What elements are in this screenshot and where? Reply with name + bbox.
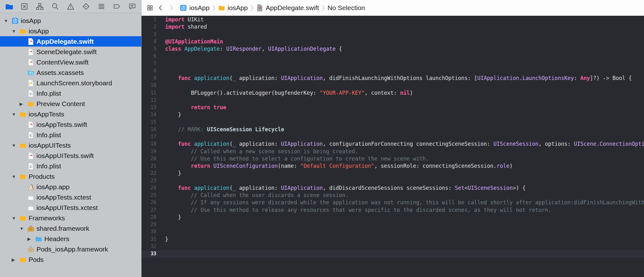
line-number[interactable]: 2 xyxy=(142,23,156,31)
code-line-28[interactable]: 28 } xyxy=(142,214,644,221)
sidebar-item-info-plist[interactable]: Info.plist xyxy=(0,130,141,140)
code-line-30[interactable]: 30 xyxy=(142,228,644,235)
line-number[interactable]: 19 xyxy=(142,148,156,155)
line-number[interactable]: 22 xyxy=(142,170,156,177)
sidebar-item-appdelegate-swift[interactable]: AppDelegate.swift xyxy=(0,36,141,47)
sidebar-item-info-plist[interactable]: Info.plist xyxy=(0,161,141,171)
code-line-25[interactable]: 25 // Called when the user discards a sc… xyxy=(142,192,644,199)
code-line-3[interactable]: 3 xyxy=(142,31,644,38)
sidebar-item-launchscreen-storyboard[interactable]: LaunchScreen.storyboard xyxy=(0,78,141,88)
code-line-11[interactable]: 11 BFLogger().activateLogger(bugfenderKe… xyxy=(142,89,644,97)
sidebar-item-assets-xcassets[interactable]: Assets.xcassets xyxy=(0,67,141,78)
code-line-26[interactable]: 26 // If any sessions were discarded whi… xyxy=(142,199,644,206)
line-number[interactable]: 24 xyxy=(142,184,156,192)
code-line-7[interactable]: 7 xyxy=(142,60,644,67)
breadcrumb-item[interactable]: iosApp xyxy=(218,4,248,12)
sidebar-item-frameworks[interactable]: ▼Frameworks xyxy=(0,213,141,223)
code-line-15[interactable]: 15 xyxy=(142,119,644,126)
code-line-1[interactable]: 1import UIKit xyxy=(142,16,644,23)
sidebar-item-contentview-swift[interactable]: ContentView.swift xyxy=(0,57,141,67)
sidebar-item-iosapp[interactable]: ▼iosApp xyxy=(0,26,141,36)
line-number[interactable]: 5 xyxy=(142,45,156,53)
code-line-22[interactable]: 22 } xyxy=(142,170,644,177)
line-number[interactable]: 8 xyxy=(142,67,156,75)
code-line-21[interactable]: 21 return UISceneConfiguration(name: "De… xyxy=(142,162,644,170)
breadcrumb-item[interactable]: AppDelegate.swift xyxy=(256,4,319,12)
line-number[interactable]: 14 xyxy=(142,111,156,118)
sidebar-item-shared-framework[interactable]: ▼shared.framework xyxy=(0,223,141,234)
disclosure-triangle-icon[interactable]: ▼ xyxy=(19,226,27,231)
forward-button[interactable] xyxy=(166,3,177,13)
line-number[interactable]: 15 xyxy=(142,119,156,126)
disclosure-triangle-icon[interactable]: ▼ xyxy=(11,29,19,34)
sidebar-item-products[interactable]: ▼Products xyxy=(0,171,141,182)
sidebar-item-iosapptests-xctest[interactable]: iosAppTests.xctest xyxy=(0,192,141,202)
code-line-14[interactable]: 14 } xyxy=(142,111,644,118)
report-navigator-icon[interactable] xyxy=(127,2,137,11)
disclosure-triangle-icon[interactable]: ▶ xyxy=(19,101,27,106)
sidebar-item-iosappuitests[interactable]: ▼iosAppUITests xyxy=(0,140,141,150)
disclosure-triangle-icon[interactable]: ▼ xyxy=(11,216,19,221)
disclosure-triangle-icon[interactable]: ▶ xyxy=(11,257,19,262)
line-number[interactable]: 10 xyxy=(142,82,156,89)
sidebar-item-info-plist[interactable]: Info.plist xyxy=(0,88,141,99)
code-line-33[interactable]: 33 xyxy=(142,250,644,257)
sidebar-item-iosapp[interactable]: ▼iosApp xyxy=(0,15,141,26)
back-button[interactable] xyxy=(155,3,166,13)
sidebar-item-iosappuitests-swift[interactable]: iosAppUITests.swift xyxy=(0,150,141,161)
issue-navigator-icon[interactable] xyxy=(66,2,75,11)
disclosure-triangle-icon[interactable]: ▼ xyxy=(11,174,19,179)
code-line-6[interactable]: 6 xyxy=(142,53,644,60)
line-number[interactable]: 3 xyxy=(142,31,156,38)
code-line-31[interactable]: 31} xyxy=(142,236,644,243)
code-line-32[interactable]: 32 xyxy=(142,243,644,250)
line-number[interactable]: 32 xyxy=(142,243,156,250)
code-line-4[interactable]: 4@UIApplicationMain xyxy=(142,38,644,45)
code-line-10[interactable]: 10 xyxy=(142,82,644,89)
disclosure-triangle-icon[interactable]: ▶ xyxy=(27,236,35,241)
code-line-27[interactable]: 27 // Use this method to release any res… xyxy=(142,206,644,214)
line-number[interactable]: 28 xyxy=(142,214,156,221)
project-navigator-icon[interactable] xyxy=(4,2,14,11)
line-number[interactable]: 21 xyxy=(142,162,156,170)
line-number[interactable]: 11 xyxy=(142,89,156,97)
debug-navigator-icon[interactable] xyxy=(97,2,106,11)
sidebar-item-headers[interactable]: ▶Headers xyxy=(0,234,141,244)
sidebar-item-iosapptests-swift[interactable]: iosAppTests.swift xyxy=(0,119,141,130)
sidebar-item-pods-iosapp-framework[interactable]: Pods_iosApp.framework xyxy=(0,244,141,254)
line-number[interactable]: 25 xyxy=(142,192,156,199)
code-line-24[interactable]: 24 func application(_ application: UIApp… xyxy=(142,184,644,192)
line-number[interactable]: 26 xyxy=(142,199,156,206)
source-control-navigator-icon[interactable] xyxy=(20,2,29,11)
line-number[interactable]: 20 xyxy=(142,155,156,162)
line-number[interactable]: 27 xyxy=(142,206,156,214)
sidebar-item-iosapp-app[interactable]: iosApp.app xyxy=(0,182,141,192)
line-number[interactable]: 29 xyxy=(142,221,156,228)
test-navigator-icon[interactable] xyxy=(81,2,91,11)
code-line-19[interactable]: 19 // Called when a new scene session is… xyxy=(142,148,644,155)
line-number[interactable]: 30 xyxy=(142,228,156,235)
sidebar-item-iosappuitests-xctest[interactable]: iosAppUITests.xctest xyxy=(0,202,141,213)
disclosure-triangle-icon[interactable]: ▼ xyxy=(3,18,11,23)
sidebar-item-iosapptests[interactable]: ▼iosAppTests xyxy=(0,109,141,119)
disclosure-triangle-icon[interactable]: ▼ xyxy=(11,143,19,148)
find-navigator-icon[interactable] xyxy=(51,2,60,11)
breadcrumb-item[interactable]: iosApp xyxy=(180,4,209,12)
line-number[interactable]: 18 xyxy=(142,140,156,148)
source-editor[interactable]: 1import UIKit2import shared34@UIApplicat… xyxy=(142,16,644,277)
code-line-20[interactable]: 20 // Use this method to select a config… xyxy=(142,155,644,162)
line-number[interactable]: 13 xyxy=(142,104,156,111)
line-number[interactable]: 16 xyxy=(142,126,156,133)
code-line-2[interactable]: 2import shared xyxy=(142,23,644,31)
code-line-17[interactable]: 17 xyxy=(142,133,644,140)
code-line-18[interactable]: 18 func application(_ application: UIApp… xyxy=(142,140,644,148)
related-items-icon[interactable] xyxy=(145,3,155,13)
line-number[interactable]: 12 xyxy=(142,97,156,104)
disclosure-triangle-icon[interactable]: ▼ xyxy=(11,112,19,117)
code-line-9[interactable]: 9 func application(_ application: UIAppl… xyxy=(142,75,644,82)
code-line-8[interactable]: 8 xyxy=(142,67,644,75)
line-number[interactable]: 9 xyxy=(142,75,156,82)
line-number[interactable]: 31 xyxy=(142,236,156,243)
breakpoint-navigator-icon[interactable] xyxy=(112,2,121,11)
code-line-12[interactable]: 12 xyxy=(142,97,644,104)
